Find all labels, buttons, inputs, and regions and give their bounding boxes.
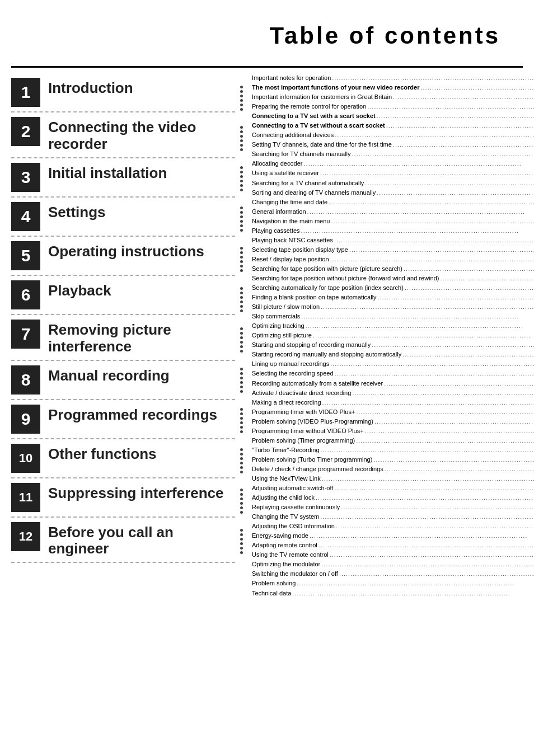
page-title: Table of contents [11,22,500,49]
toc-dots: ........................................… [404,283,534,293]
toc-dots: ........................................… [291,589,534,598]
dots-column [235,73,247,598]
dot [240,265,243,267]
dot [240,300,243,303]
chapter-number-7: 7 [11,320,40,349]
toc-dots: ........................................… [351,149,534,159]
chapter-number-5: 5 [11,241,40,270]
dot [240,551,243,554]
dot [240,462,243,464]
toc-entry-text: Connecting to a TV set with a scart sock… [252,111,376,121]
toc-dots: ........................................… [340,503,534,512]
toc-dots: ........................................… [300,226,534,236]
dot [240,502,243,505]
toc-entry-text: Problem solving [252,579,296,588]
toc-dots: ........................................… [303,159,534,168]
dot-separator [240,199,243,239]
toc-entry-text: Using the NexTView Link [252,474,321,483]
toc-entry: Reset / display tape position ..........… [252,255,534,264]
toc-entry-text: Connecting additional devices [252,130,334,140]
dot [240,296,243,299]
toc-entry-text: Important notes for operation [252,73,331,83]
toc-entry: Changing the TV system .................… [252,512,534,522]
toc-entry-text: Adjusting the OSD information [252,522,335,531]
toc-entry: Problem solving (Timer programming) ....… [252,436,534,445]
toc-entry: Setting TV channels, date and time for t… [252,140,534,149]
toc-dots: ........................................… [392,92,534,102]
toc-dots: ........................................… [319,168,534,178]
toc-entry-text: Still picture / slow motion [252,302,320,312]
dot [240,309,243,312]
toc-dots: ........................................… [308,531,534,541]
toc-dots: ........................................… [383,464,534,474]
chapter-number-8: 8 [11,365,40,395]
dot-separator [240,78,243,118]
toc-entry: Energy-saving mode .....................… [252,531,534,541]
dot [240,305,243,308]
dot [240,533,243,536]
toc-entry: Optimizing tracking ....................… [252,321,534,331]
toc-entry-text: The most important functions of your new… [252,83,419,92]
toc-entry: Skip commercials .......................… [252,312,534,321]
toc-entry: Switching the modulator on / off .......… [252,569,534,579]
toc-entry: Playing back NTSC cassettes ............… [252,236,534,245]
toc-entry-text: Problem solving (Timer programming) [252,436,355,445]
dot [240,108,243,111]
toc-entry-text: Problem solving (Turbo Timer programming… [252,455,372,464]
toc-entry: Problem solving (Turbo Timer programming… [252,455,534,464]
toc-entry-text: Important information for customers in G… [252,92,392,102]
chapter-title-6: Playback [48,280,111,299]
dot-separator [240,158,243,199]
dot [240,506,243,509]
toc-entry: Important notes for operation ..........… [252,73,534,83]
toc-entry-text: Lining up manual recordings [252,359,329,369]
toc-dots: ........................................… [338,569,534,579]
dot [240,381,243,384]
toc-dots: ........................................… [351,388,534,398]
toc-entry: "Turbo Timer"-Recording ................… [252,445,534,455]
chapter-number-3: 3 [11,163,40,192]
toc-dots: ........................................… [392,140,534,149]
dot [240,229,243,232]
toc-entry: Starting and stopping of recording manua… [252,340,534,350]
chapter-9: 9Programmed recordings [11,400,235,439]
toc-entry: The most important functions of your new… [252,83,534,92]
toc-dots: ........................................… [320,560,534,569]
chapter-10: 10Other functions [11,439,235,478]
dot [240,86,243,88]
dot [240,426,243,429]
dot-separator [240,320,243,360]
chapter-title-11: Suppressing interference [48,483,224,502]
toc-entry: Playing cassettes ......................… [252,226,534,236]
toc-entry-text: Optimizing still picture [252,331,312,340]
toc-entry-text: Selecting the recording speed [252,369,334,378]
toc-entry-text: Reset / display tape position [252,255,329,264]
toc-entry-text: Replaying cassette continuously [252,503,340,512]
toc-entry: Important information for customers in G… [252,92,534,102]
dot-separator [240,521,243,561]
dot [240,497,243,500]
toc-dots: ........................................… [371,340,534,350]
toc-entry-text: Finding a blank position on tape automat… [252,293,377,302]
dot [240,256,243,259]
dot [240,368,243,370]
toc-dots: ........................................… [348,245,534,255]
dot-separator [240,481,243,521]
toc-dots: ........................................… [329,550,534,560]
dot [240,430,243,433]
dot [240,417,243,420]
toc-dots: ........................................… [334,130,534,140]
chapter-11: 11Suppressing interference [11,478,235,518]
toc-entry-text: Setting TV channels, date and time for t… [252,140,392,149]
chapter-4: 4Settings [11,198,235,237]
toc-entry-text: Making a direct recording [252,398,321,407]
toc-entry-text: Problem solving (VIDEO Plus-Programming) [252,417,373,426]
dot [240,372,243,375]
chapter-8: 8Manual recording [11,361,235,400]
toc-dots: ........................................… [317,541,534,550]
toc-entry-text: Navigation in the main menu [252,217,330,226]
dot [240,175,243,178]
chapter-3: 3Initial installation [11,158,235,198]
toc-entry-text: Searching for TV channels manually [252,149,351,159]
dot [240,104,243,106]
